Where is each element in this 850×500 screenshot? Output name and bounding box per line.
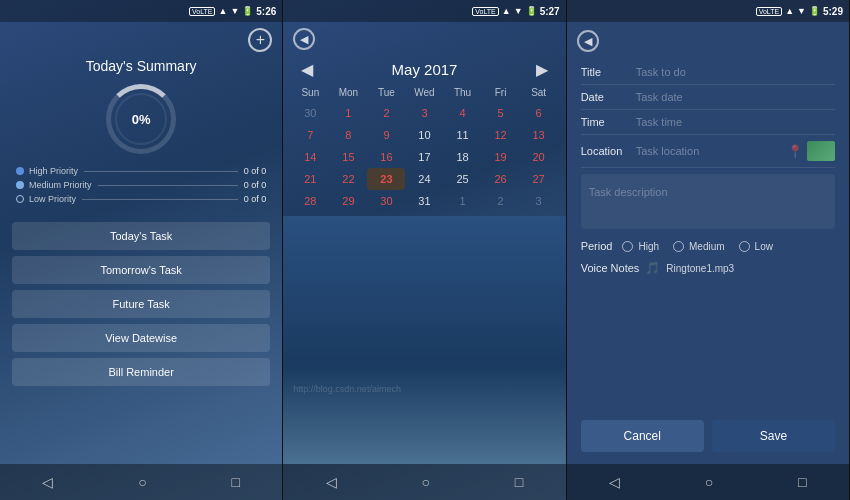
title-input[interactable]: Task to do xyxy=(636,66,835,78)
cal-row-1: 30 1 2 3 4 5 6 xyxy=(291,102,557,124)
screen-2: VoLTE ▲ ▼ 🔋 5:27 ◀ ◀ May 2017 ▶ Sun Mon … xyxy=(283,0,566,500)
cal-day[interactable]: 1 xyxy=(329,102,367,124)
description-box[interactable]: Task description xyxy=(581,174,835,229)
voice-notes-label: Voice Notes xyxy=(581,262,640,274)
tomorrows-task-button[interactable]: Tomorrow's Task xyxy=(12,256,270,284)
view-datewise-button[interactable]: View Datewise xyxy=(12,324,270,352)
location-label: Location xyxy=(581,145,636,157)
low-priority-label: Low Priority xyxy=(29,194,76,204)
back-nav-2[interactable]: ◁ xyxy=(326,474,337,490)
bill-reminder-button[interactable]: Bill Reminder xyxy=(12,358,270,386)
priority-line-med xyxy=(98,185,238,186)
cal-row-2: 7 8 9 10 11 12 13 xyxy=(291,124,557,146)
cal-day[interactable]: 20 xyxy=(520,146,558,168)
cal-day[interactable]: 6 xyxy=(520,102,558,124)
period-row: Period High Medium Low xyxy=(581,235,835,257)
cal-day[interactable]: 28 xyxy=(291,190,329,212)
voice-notes-row: Voice Notes 🎵 Ringtone1.mp3 xyxy=(581,257,835,279)
circle-ring: 0% xyxy=(106,84,176,154)
cal-day[interactable]: 22 xyxy=(329,168,367,190)
cancel-button[interactable]: Cancel xyxy=(581,420,704,452)
low-priority-count: 0 of 0 xyxy=(244,194,267,204)
cal-day[interactable]: 7 xyxy=(291,124,329,146)
high-priority-dot xyxy=(16,167,24,175)
cal-day[interactable]: 30 xyxy=(291,102,329,124)
cal-day[interactable]: 21 xyxy=(291,168,329,190)
save-button[interactable]: Save xyxy=(712,420,835,452)
todays-task-button[interactable]: Today's Task xyxy=(12,222,270,250)
cal-day[interactable]: 25 xyxy=(444,168,482,190)
radio-low[interactable] xyxy=(739,241,750,252)
cal-day[interactable]: 3 xyxy=(405,102,443,124)
cal-day[interactable]: 10 xyxy=(405,124,443,146)
cal-day[interactable]: 26 xyxy=(482,168,520,190)
cal-day[interactable]: 14 xyxy=(291,146,329,168)
cal-header: ◀ xyxy=(283,22,565,56)
cal-day[interactable]: 17 xyxy=(405,146,443,168)
status-bar-1: VoLTE ▲ ▼ 🔋 5:26 xyxy=(0,0,282,22)
day-header-sun: Sun xyxy=(291,83,329,102)
cal-day[interactable]: 27 xyxy=(520,168,558,190)
back-nav-3[interactable]: ◁ xyxy=(609,474,620,490)
high-priority-label: High Priority xyxy=(29,166,78,176)
cal-day[interactable]: 11 xyxy=(444,124,482,146)
home-nav-1[interactable]: ○ xyxy=(138,474,146,490)
recent-nav-3[interactable]: □ xyxy=(798,474,806,490)
form-header: ◀ xyxy=(567,26,849,54)
radio-medium[interactable] xyxy=(673,241,684,252)
home-nav-3[interactable]: ○ xyxy=(705,474,713,490)
prev-month-button[interactable]: ◀ xyxy=(297,60,317,79)
future-task-button[interactable]: Future Task xyxy=(12,290,270,318)
radio-medium-label: Medium xyxy=(689,241,725,252)
cal-day[interactable]: 9 xyxy=(367,124,405,146)
cal-day[interactable]: 29 xyxy=(329,190,367,212)
cal-day[interactable]: 16 xyxy=(367,146,405,168)
cal-day-today[interactable]: 23 xyxy=(367,168,405,190)
cal-day[interactable]: 12 xyxy=(482,124,520,146)
period-medium-option[interactable]: Medium xyxy=(673,241,733,252)
back-button-3[interactable]: ◀ xyxy=(577,30,599,52)
time-field-row: Time Task time xyxy=(581,110,835,135)
screen-1: VoLTE ▲ ▼ 🔋 5:26 + Today's Summary 0% Hi… xyxy=(0,0,283,500)
cal-day[interactable]: 18 xyxy=(444,146,482,168)
cal-row-4: 21 22 23 24 25 26 27 xyxy=(291,168,557,190)
nav-bar-1: ◁ ○ □ xyxy=(0,464,282,500)
cal-day[interactable]: 15 xyxy=(329,146,367,168)
cal-day[interactable]: 31 xyxy=(405,190,443,212)
cal-day[interactable]: 4 xyxy=(444,102,482,124)
priority-high: High Priority 0 of 0 xyxy=(16,166,266,176)
next-month-button[interactable]: ▶ xyxy=(532,60,552,79)
time-display-3: 5:29 xyxy=(823,6,843,17)
cal-day[interactable]: 1 xyxy=(444,190,482,212)
cal-day[interactable]: 24 xyxy=(405,168,443,190)
med-priority-count: 0 of 0 xyxy=(244,180,267,190)
cal-day[interactable]: 3 xyxy=(520,190,558,212)
calendar-grid: Sun Mon Tue Wed Thu Fri Sat 30 1 2 3 4 5… xyxy=(283,83,565,212)
period-label: Period xyxy=(581,240,613,252)
add-task-button[interactable]: + xyxy=(248,28,272,52)
date-input[interactable]: Task date xyxy=(636,91,835,103)
period-high-option[interactable]: High xyxy=(622,241,667,252)
cal-day[interactable]: 2 xyxy=(367,102,405,124)
cal-day[interactable]: 8 xyxy=(329,124,367,146)
wifi-icon: ▼ xyxy=(230,6,239,16)
battery-icon-3: 🔋 xyxy=(809,6,820,16)
progress-circle: 0% xyxy=(0,84,282,154)
summary-title: Today's Summary xyxy=(0,58,282,74)
home-nav-2[interactable]: ○ xyxy=(422,474,430,490)
location-input[interactable]: Task location xyxy=(636,145,783,157)
cal-day[interactable]: 13 xyxy=(520,124,558,146)
back-nav-1[interactable]: ◁ xyxy=(42,474,53,490)
recent-nav-1[interactable]: □ xyxy=(231,474,239,490)
radio-high[interactable] xyxy=(622,241,633,252)
recent-nav-2[interactable]: □ xyxy=(515,474,523,490)
period-low-option[interactable]: Low xyxy=(739,241,781,252)
cal-day[interactable]: 2 xyxy=(482,190,520,212)
back-button-2[interactable]: ◀ xyxy=(293,28,315,50)
cal-row-3: 14 15 16 17 18 19 20 xyxy=(291,146,557,168)
calendar-preview-image xyxy=(283,216,565,464)
cal-day[interactable]: 30 xyxy=(367,190,405,212)
cal-day[interactable]: 19 xyxy=(482,146,520,168)
cal-day[interactable]: 5 xyxy=(482,102,520,124)
time-input[interactable]: Task time xyxy=(636,116,835,128)
